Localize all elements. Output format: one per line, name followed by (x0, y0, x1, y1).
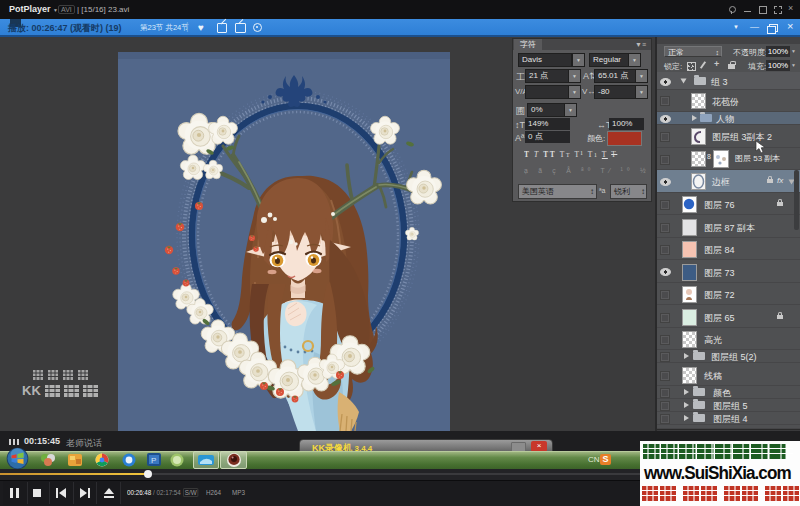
svg-text:P: P (151, 456, 156, 465)
